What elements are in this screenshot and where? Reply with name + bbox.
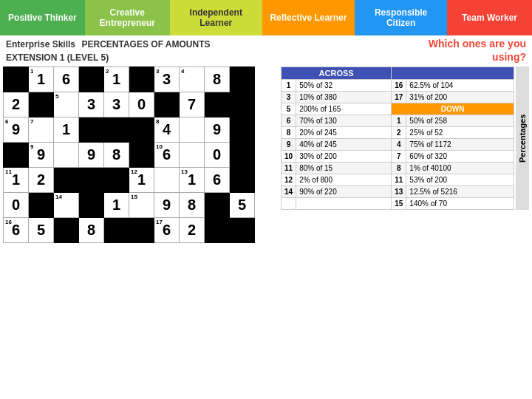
clues-panel: ACROSS 1 50% of 32 16 62.5% of 104 3 10%… — [281, 66, 529, 243]
cell: 106 — [154, 143, 180, 168]
cell-black — [230, 117, 255, 143]
cell: 8 — [104, 143, 129, 168]
tab-independent-learner[interactable]: Independent Learner — [170, 0, 262, 35]
cell-black — [230, 67, 255, 92]
cell: 8 — [205, 67, 230, 92]
clue-text: 50% of 32 — [296, 80, 392, 92]
cell-black — [205, 218, 230, 243]
clue-num: 1 — [282, 80, 296, 92]
clue-num: 5 — [282, 103, 296, 115]
percentages-label: PERCENTAGES OF AMOUNTS — [82, 39, 211, 50]
cell-black — [79, 67, 104, 92]
cell: 5 — [29, 218, 54, 243]
tab-team-worker[interactable]: Team Worker — [447, 0, 532, 35]
cell: 1 — [54, 117, 79, 143]
cell-black — [79, 117, 104, 143]
which-ones-text: Which ones are you — [429, 38, 526, 50]
cell-black — [79, 193, 104, 218]
cell: 8 — [180, 193, 205, 218]
cell: 0 — [4, 193, 29, 218]
clue-num: 9 — [282, 139, 296, 151]
right-header — [392, 67, 514, 80]
clue-num: 8 — [282, 127, 296, 139]
clue-text: 90% of 220 — [296, 186, 392, 198]
clue-text: 20% of 245 — [296, 127, 392, 139]
cell: 0 — [129, 92, 154, 117]
clue-num: 1 — [392, 115, 406, 127]
table-row: 9 40% of 245 4 75% of 1172 — [282, 139, 514, 151]
tab-reflective-learner[interactable]: Reflective Learner — [262, 0, 355, 35]
cell-black — [230, 92, 255, 117]
table-row: 8 20% of 245 2 25% of 52 — [282, 127, 514, 139]
clue-text: 1% of 40100 — [406, 163, 514, 174]
clue-num — [282, 198, 296, 210]
cell: 5 — [54, 92, 79, 117]
cell — [154, 168, 180, 193]
clue-text: 31% of 200 — [406, 92, 514, 103]
cell: 111 — [4, 168, 29, 193]
table-row: 11 80% of 15 8 1% of 40100 — [282, 163, 514, 174]
table-row: 6 70% of 130 1 50% of 258 — [282, 115, 514, 127]
cell — [180, 117, 205, 143]
clue-num: 14 — [282, 186, 296, 198]
cell-black — [230, 218, 255, 243]
cell: 9 — [154, 193, 180, 218]
clue-text — [296, 198, 392, 210]
clue-text: 30% of 200 — [296, 151, 392, 163]
tab-creative-entrepreneur[interactable]: Creative Entrepreneur — [85, 0, 170, 35]
cell: 1 — [104, 193, 129, 218]
clue-num: 13 — [392, 186, 406, 198]
cell: 9 — [205, 117, 230, 143]
cell: 0 — [205, 143, 230, 168]
cell: 5 — [230, 193, 255, 218]
clue-num: 12 — [282, 174, 296, 186]
cell-black — [104, 218, 129, 243]
cell: 131 — [180, 168, 205, 193]
down-header: DOWN — [392, 103, 514, 115]
cell: 6 — [54, 67, 79, 92]
cell-black — [54, 218, 79, 243]
cell-black — [205, 92, 230, 117]
cell-black — [4, 143, 29, 168]
clue-text: 10% of 380 — [296, 92, 392, 103]
cell-black — [104, 168, 129, 193]
cell-black — [29, 92, 54, 117]
clue-text: 200% of 165 — [296, 103, 392, 115]
clue-num: 3 — [282, 92, 296, 103]
cell: 2 — [29, 168, 54, 193]
cell: 2 — [4, 92, 29, 117]
clue-num: 8 — [392, 163, 406, 174]
crossword-table: 11 6 21 33 4 8 2 5 3 3 0 — [3, 66, 255, 243]
clue-text: 62.5% of 104 — [406, 80, 514, 92]
cell: 99 — [29, 143, 54, 168]
cell-black — [230, 168, 255, 193]
clue-text: 70% of 130 — [296, 115, 392, 127]
clues-table: ACROSS 1 50% of 32 16 62.5% of 104 3 10%… — [281, 66, 514, 210]
tab-responsible-citizen[interactable]: Responsible Citizen — [355, 0, 447, 35]
tab-positive-thinker[interactable]: Positive Thinker — [0, 0, 85, 35]
cell: 69 — [4, 117, 29, 143]
clue-text: 140% of 70 — [406, 198, 514, 210]
clue-text: 2% of 800 — [296, 174, 392, 186]
cell: 11 — [29, 67, 54, 92]
clue-num: 15 — [392, 198, 406, 210]
clue-num: 2 — [392, 127, 406, 139]
cell — [180, 143, 205, 168]
clue-num: 16 — [392, 80, 406, 92]
clue-num: 7 — [392, 151, 406, 163]
cell: 8 — [79, 218, 104, 243]
table-row: 5 200% of 165 DOWN — [282, 103, 514, 115]
cell: 84 — [154, 117, 180, 143]
percentages-side-label: Percentages — [516, 66, 529, 210]
cell-black — [129, 117, 154, 143]
table-row: 15 140% of 70 — [282, 198, 514, 210]
clue-text: 60% of 320 — [406, 151, 514, 163]
cell-black — [129, 143, 154, 168]
table-row: 12 2% of 800 11 53% of 200 — [282, 174, 514, 186]
clue-text: 25% of 52 — [406, 127, 514, 139]
clue-text: 80% of 15 — [296, 163, 392, 174]
cell: 3 — [104, 92, 129, 117]
clue-num: 4 — [392, 139, 406, 151]
main-content: 11 6 21 33 4 8 2 5 3 3 0 — [0, 66, 532, 246]
table-row: 10 30% of 200 7 60% of 320 — [282, 151, 514, 163]
